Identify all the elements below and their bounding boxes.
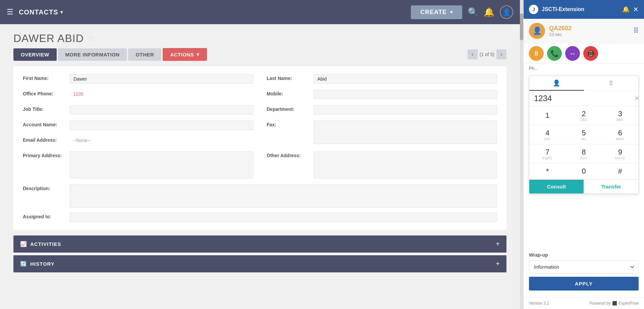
pause-button[interactable]: ⏸ — [529, 46, 544, 61]
create-button[interactable]: CREATE ▾ — [411, 5, 462, 19]
first-name-value: Dawer — [70, 74, 253, 84]
jscti-panel: J JSCTI-Extension 🔔 ✕ 👤 QA2602 23 sec ⠿ … — [523, 0, 644, 309]
wrapup-select[interactable]: InformationSupportSalesOther — [529, 260, 639, 273]
tab-actions[interactable]: ACTIONS ▾ — [163, 48, 207, 61]
description-field: Description: — [23, 184, 497, 208]
contact-header: DAWER ABID ☆ — [0, 24, 520, 48]
dial-key-0[interactable]: 0 — [566, 164, 602, 179]
brand-name: ExpertFlow — [619, 301, 639, 306]
bottom-sections: 📈 ACTIVITIES + 🔄 HISTORY + — [13, 235, 506, 272]
caller-grid-icon[interactable]: ⠿ — [633, 27, 639, 35]
wrapup-label: Wrap-up — [529, 252, 639, 258]
job-title-value — [70, 105, 253, 115]
tab-other[interactable]: OTHER — [128, 48, 161, 61]
apply-button[interactable]: APPLY — [529, 277, 639, 291]
job-title-field: Job Title: — [23, 105, 253, 115]
footer-brand: Powered by ⬛ ExpertFlow — [590, 301, 639, 306]
account-name-value — [70, 121, 253, 130]
jscti-footer: Version 3.1 Powered by ⬛ ExpertFlow — [524, 297, 644, 309]
wrapup-section: Wrap-up InformationSupportSalesOther APP… — [524, 248, 644, 295]
tab-overview[interactable]: OVERVIEW — [13, 48, 57, 61]
app-title-text: CONTACTS — [19, 8, 58, 16]
first-name-field: First Name: Dawer — [23, 74, 253, 84]
next-page-button[interactable]: › — [496, 49, 506, 59]
caller-name: QA2602 — [549, 25, 629, 32]
tab-more-information[interactable]: MORE INFORMATION — [58, 48, 127, 61]
favorite-star-icon[interactable]: ☆ — [87, 33, 95, 44]
last-name-label: Last Name: — [267, 74, 310, 81]
dial-key-7[interactable]: 7PQRS — [529, 144, 566, 164]
expertflow-logo: ⬛ — [612, 301, 617, 306]
description-label: Description: — [23, 184, 66, 191]
dialpad-input-row: ✕ — [529, 91, 638, 106]
dialpad-input[interactable] — [534, 94, 634, 103]
dial-key-*[interactable]: * — [529, 164, 566, 179]
office-phone-field: Office Phone: 1035 — [23, 90, 253, 99]
hamburger-icon[interactable]: ☰ — [7, 8, 13, 16]
contact-name-row: DAWER ABID ☆ — [13, 32, 506, 45]
nav-actions: CREATE ▾ 🔍 🔔 👤 — [411, 5, 513, 19]
mobile-field: Mobile: — [267, 90, 497, 99]
history-expand-icon[interactable]: + — [496, 260, 500, 268]
app-title[interactable]: CONTACTS ▾ — [19, 8, 63, 16]
fax-field: Fax: — [267, 121, 497, 144]
version-text: Version 3.1 — [529, 301, 549, 306]
answer-button[interactable]: 📞 — [547, 46, 562, 61]
dial-key-6[interactable]: 6MNO — [602, 125, 638, 144]
hangup-button[interactable]: 📵 — [583, 46, 598, 61]
contact-name-text: DAWER ABID — [13, 32, 84, 45]
create-arrow-icon: ▾ — [450, 9, 453, 15]
transfer-dial-button[interactable]: Transfer — [584, 180, 638, 193]
office-phone-value[interactable]: 1035 — [70, 90, 253, 99]
actions-arrow-icon: ▾ — [197, 51, 200, 57]
dialpad-tab-grid[interactable]: ⠿ — [584, 76, 639, 91]
scroll-divider — [520, 0, 523, 309]
dial-key-9[interactable]: 9WXYZ — [602, 144, 638, 164]
app-title-dropdown-icon: ▾ — [60, 9, 63, 15]
transfer-button[interactable]: ↔ — [565, 46, 580, 61]
top-nav: ☰ CONTACTS ▾ CREATE ▾ 🔍 🔔 👤 — [0, 0, 520, 24]
dial-key-8[interactable]: 8TUV — [566, 144, 602, 164]
account-name-label: Account Name: — [23, 121, 66, 127]
history-section[interactable]: 🔄 HISTORY + — [13, 255, 506, 272]
dial-key-#[interactable]: # — [602, 164, 638, 179]
user-avatar[interactable]: 👤 — [500, 5, 513, 19]
other-address-col: Other Address: — [267, 151, 497, 178]
department-field: Department: — [267, 105, 497, 115]
assigned-field: Assigned to: — [23, 213, 497, 222]
history-title: HISTORY — [30, 261, 492, 267]
email-field: Email Address: --None-- — [23, 136, 253, 145]
dial-key-5[interactable]: 5JKL — [566, 125, 602, 144]
dial-key-3[interactable]: 3DEF — [602, 106, 638, 125]
description-value — [70, 184, 497, 208]
consult-button[interactable]: Consult — [529, 180, 584, 193]
prev-page-button[interactable]: ‹ — [468, 49, 478, 59]
department-label: Department: — [267, 105, 310, 112]
create-label: CREATE — [420, 9, 447, 16]
contact-form: First Name: Dawer Office Phone: 1035 Job… — [13, 66, 506, 230]
search-icon[interactable]: 🔍 — [468, 7, 478, 17]
assigned-value — [70, 213, 497, 222]
dialpad-tabs: 👤 ⠿ — [529, 76, 638, 91]
activities-section[interactable]: 📈 ACTIVITIES + — [13, 235, 506, 253]
actions-label: ACTIONS — [170, 52, 194, 57]
caller-info: QA2602 23 sec — [549, 25, 629, 37]
primary-address-col: Primary Address: — [23, 151, 253, 178]
email-value: --None-- — [70, 136, 253, 145]
jscti-close-icon[interactable]: ✕ — [633, 5, 639, 13]
dialpad-tab-person[interactable]: 👤 — [529, 76, 584, 91]
caller-avatar: 👤 — [529, 23, 545, 39]
dialpad-clear-button[interactable]: ✕ — [634, 95, 639, 102]
account-name-field: Account Name: — [23, 121, 253, 130]
dial-key-4[interactable]: 4GHI — [529, 125, 566, 144]
dial-key-2[interactable]: 2ABC — [566, 106, 602, 125]
jscti-bell-icon[interactable]: 🔔 — [622, 6, 630, 13]
page-info-text: (1 of 5) — [480, 52, 494, 57]
fax-label: Fax: — [267, 121, 310, 127]
jscti-header: J JSCTI-Extension 🔔 ✕ — [524, 0, 644, 19]
activities-expand-icon[interactable]: + — [496, 240, 500, 248]
bell-icon[interactable]: 🔔 — [484, 7, 494, 17]
pagination: ‹ (1 of 5) › — [468, 49, 506, 59]
scroll-thumb[interactable] — [520, 13, 523, 40]
dial-key-1[interactable]: 1 — [529, 106, 566, 125]
